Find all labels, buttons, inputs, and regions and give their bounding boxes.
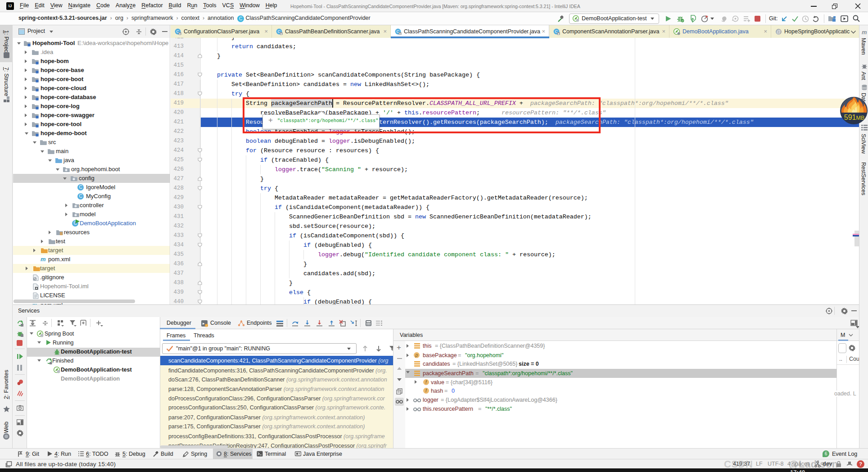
svg-text:@: @	[776, 29, 781, 34]
